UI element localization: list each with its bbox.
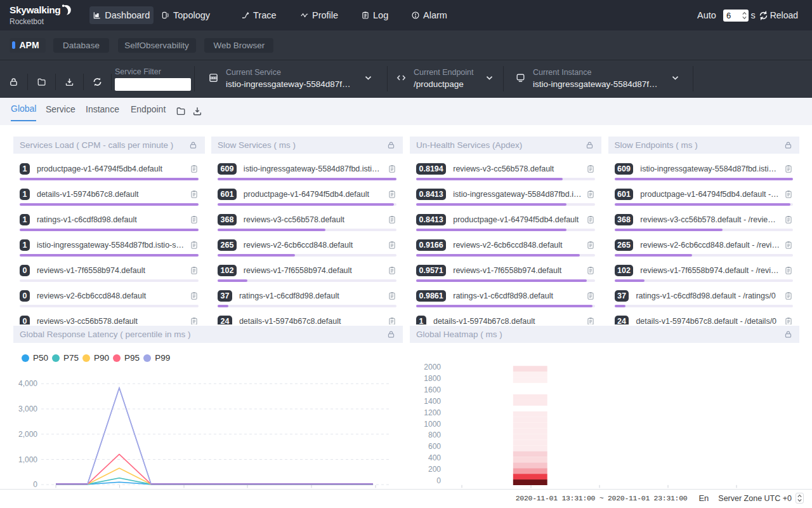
svg-text:1,000: 1,000 — [18, 455, 37, 464]
svg-text:1000: 1000 — [424, 420, 441, 429]
svg-text:1200: 1200 — [424, 408, 441, 417]
svg-text:3,000: 3,000 — [18, 404, 37, 413]
svg-text:4,000: 4,000 — [18, 379, 37, 388]
svg-text:0: 0 — [436, 476, 441, 485]
svg-text:0: 0 — [33, 480, 37, 489]
svg-text:2,000: 2,000 — [18, 430, 37, 439]
svg-text:600: 600 — [428, 442, 441, 451]
svg-text:1400: 1400 — [424, 397, 441, 406]
svg-text:2000: 2000 — [424, 363, 441, 371]
svg-text:1600: 1600 — [424, 385, 441, 394]
svg-text:1800: 1800 — [424, 374, 441, 383]
svg-text:200: 200 — [428, 465, 441, 474]
svg-text:400: 400 — [428, 453, 441, 462]
svg-text:800: 800 — [428, 431, 441, 439]
